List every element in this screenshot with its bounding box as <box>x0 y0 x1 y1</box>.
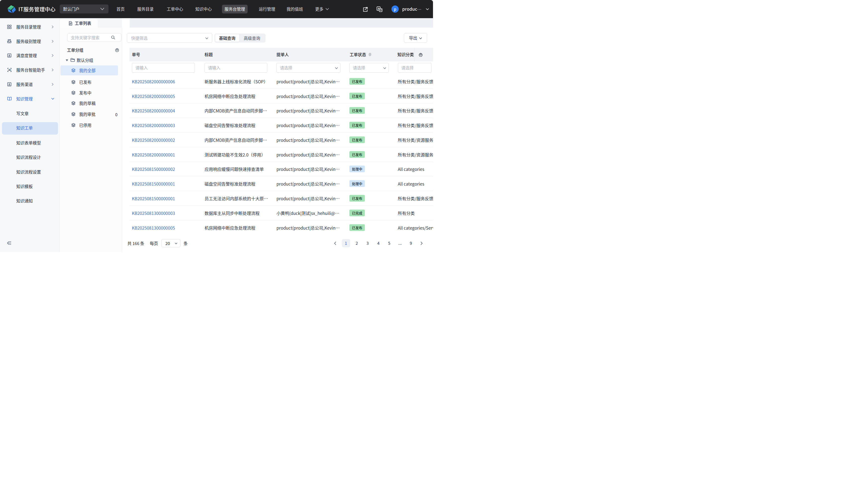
svg-text:AI: AI <box>8 69 11 71</box>
